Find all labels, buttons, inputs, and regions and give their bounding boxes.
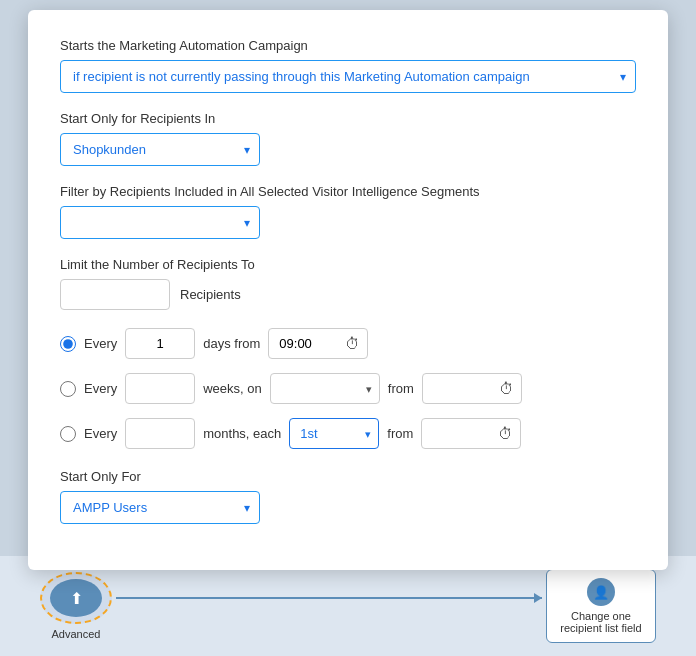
advanced-node-inner: ⬆ [50, 579, 102, 617]
filter-select-wrapper: ▾ [60, 206, 260, 239]
every-weeks-radio[interactable] [60, 381, 76, 397]
start-only-for-field-group: Start Only For AMPP Users ▾ [60, 469, 636, 524]
every-months-label3: from [387, 426, 413, 441]
every-months-input[interactable] [125, 418, 195, 449]
every-days-radio[interactable] [60, 336, 76, 352]
every-weeks-input[interactable] [125, 373, 195, 404]
every-months-time-wrapper: ⏱ [421, 418, 521, 449]
campaign-select-wrapper: if recipient is not currently passing th… [60, 60, 636, 93]
every-months-time-input[interactable] [421, 418, 521, 449]
advanced-icon: ⬆ [70, 589, 83, 608]
every-weeks-time-wrapper: ⏱ [422, 373, 522, 404]
every-months-radio[interactable] [60, 426, 76, 442]
every-weeks-label2: weeks, on [203, 381, 262, 396]
advanced-label: Advanced [52, 628, 101, 640]
action-node-avatar: 👤 [587, 578, 615, 606]
advanced-node-circle: ⬆ [40, 572, 112, 624]
every-weeks-day-wrapper: Monday Tuesday ▾ [270, 373, 380, 404]
recipients-input-row: Recipients [60, 279, 636, 310]
start-only-for-dropdown[interactable]: AMPP Users [60, 491, 260, 524]
recipients-count-input[interactable] [60, 279, 170, 310]
every-days-label2: days from [203, 336, 260, 351]
every-months-day-wrapper: 1st 2nd 3rd 4th Last ▾ [289, 418, 379, 449]
advanced-node[interactable]: ⬆ Advanced [40, 572, 112, 640]
every-months-label2: months, each [203, 426, 281, 441]
action-node-icon: 👤 [593, 585, 609, 600]
limit-label: Limit the Number of Recipients To [60, 257, 636, 272]
action-node-container[interactable]: 👤 Change one recipient list field [546, 569, 656, 643]
action-node-box: 👤 Change one recipient list field [546, 569, 656, 643]
campaign-field-group: Starts the Marketing Automation Campaign… [60, 38, 636, 93]
every-months-day-dropdown[interactable]: 1st 2nd 3rd 4th Last [289, 418, 379, 449]
every-weeks-label1: Every [84, 381, 117, 396]
schedule-radio-group: Every days from ⏱ Every weeks, on Monday… [60, 328, 636, 449]
every-days-time-wrapper: ⏱ [268, 328, 368, 359]
every-days-label1: Every [84, 336, 117, 351]
every-days-input[interactable] [125, 328, 195, 359]
every-days-row: Every days from ⏱ [60, 328, 636, 359]
filter-dropdown[interactable] [60, 206, 260, 239]
every-months-label1: Every [84, 426, 117, 441]
recipients-unit-label: Recipients [180, 287, 241, 302]
recipients-in-field-group: Start Only for Recipients In Shopkunden … [60, 111, 636, 166]
workflow-canvas: ⬆ Advanced 👤 Change one recipient list f… [0, 556, 696, 656]
recipients-in-dropdown[interactable]: Shopkunden [60, 133, 260, 166]
limit-field-group: Limit the Number of Recipients To Recipi… [60, 257, 636, 310]
start-only-for-label: Start Only For [60, 469, 636, 484]
filter-field-group: Filter by Recipients Included in All Sel… [60, 184, 636, 239]
recipients-in-select-wrapper: Shopkunden ▾ [60, 133, 260, 166]
every-days-time-input[interactable] [268, 328, 368, 359]
every-weeks-label3: from [388, 381, 414, 396]
action-node-label: Change one recipient list field [560, 610, 641, 634]
recipients-in-label: Start Only for Recipients In [60, 111, 636, 126]
every-months-row: Every months, each 1st 2nd 3rd 4th Last … [60, 418, 636, 449]
every-weeks-row: Every weeks, on Monday Tuesday ▾ from ⏱ [60, 373, 636, 404]
campaign-label: Starts the Marketing Automation Campaign [60, 38, 636, 53]
settings-panel: Starts the Marketing Automation Campaign… [28, 10, 668, 570]
start-only-for-select-wrapper: AMPP Users ▾ [60, 491, 260, 524]
filter-label: Filter by Recipients Included in All Sel… [60, 184, 636, 199]
workflow-arrow [116, 597, 542, 599]
every-weeks-time-input[interactable] [422, 373, 522, 404]
campaign-dropdown[interactable]: if recipient is not currently passing th… [60, 60, 636, 93]
every-weeks-day-dropdown[interactable]: Monday Tuesday [270, 373, 380, 404]
